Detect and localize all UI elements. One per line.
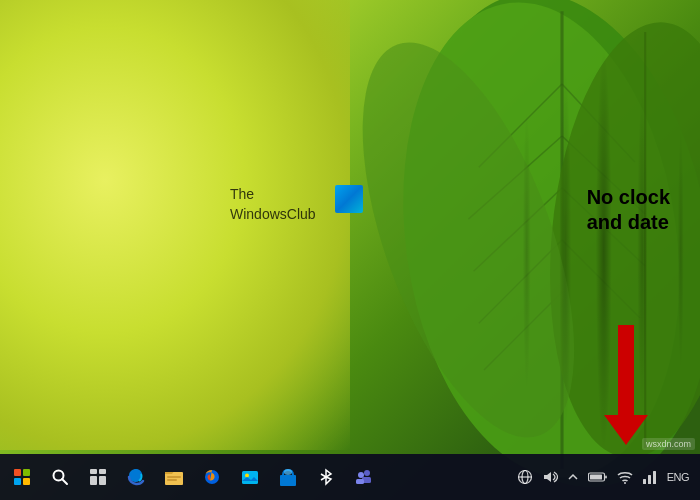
logo-pane-red: [14, 469, 21, 476]
svg-rect-23: [167, 479, 177, 481]
svg-rect-38: [605, 476, 607, 479]
watermark: The WindowsClub: [230, 185, 316, 224]
svg-rect-19: [90, 476, 97, 485]
wifi-icon[interactable]: [614, 467, 636, 487]
no-clock-line1: No clock: [587, 185, 670, 210]
svg-point-31: [358, 472, 364, 478]
teams-button[interactable]: [346, 457, 382, 497]
firefox-button[interactable]: [194, 457, 230, 497]
svg-rect-25: [242, 471, 258, 484]
battery-icon[interactable]: [585, 469, 611, 485]
windows-icon: [335, 185, 363, 213]
store-button[interactable]: [270, 457, 306, 497]
start-button[interactable]: [4, 457, 40, 497]
red-arrow: [604, 325, 648, 445]
bluetooth-icon: [316, 467, 336, 487]
svg-rect-20: [99, 476, 106, 485]
speaker-icon[interactable]: [539, 467, 561, 487]
windows-logo: [14, 469, 30, 485]
taskbar-left: [0, 457, 382, 497]
taskbar: ENG: [0, 454, 700, 500]
svg-rect-40: [643, 479, 646, 484]
network-icon[interactable]: [514, 467, 536, 487]
svg-line-16: [62, 479, 67, 484]
bluetooth-button[interactable]: [308, 457, 344, 497]
svg-rect-41: [648, 475, 651, 484]
svg-rect-27: [280, 475, 296, 486]
svg-point-29: [364, 470, 370, 476]
svg-rect-32: [356, 479, 364, 484]
edge-icon: [126, 467, 146, 487]
watermark-line2: WindowsClub: [230, 205, 316, 225]
battery-display: [588, 471, 608, 483]
logo-pane-yellow: [23, 478, 30, 485]
svg-rect-18: [99, 469, 106, 474]
volume-bars-icon[interactable]: [639, 467, 661, 487]
firefox-icon: [202, 467, 222, 487]
photos-icon: [240, 467, 260, 487]
svg-rect-28: [284, 469, 292, 475]
task-view-icon: [89, 468, 107, 486]
keyboard-lang-button[interactable]: ENG: [664, 469, 692, 485]
teams-icon: [354, 467, 374, 487]
store-icon: [278, 467, 298, 487]
file-explorer-button[interactable]: [156, 457, 192, 497]
svg-rect-37: [590, 475, 602, 480]
globe-icon: [517, 469, 533, 485]
search-button[interactable]: [42, 457, 78, 497]
volume-icon: [542, 469, 558, 485]
edge-button[interactable]: [118, 457, 154, 497]
no-clock-line2: and date: [587, 210, 670, 235]
audio-bars-display: [642, 469, 658, 485]
watermark-line1: The: [230, 185, 316, 205]
lang-label: ENG: [667, 471, 689, 483]
arrow-shaft: [618, 325, 634, 415]
photos-button[interactable]: [232, 457, 268, 497]
svg-rect-17: [90, 469, 97, 474]
taskbar-right: ENG: [514, 467, 700, 487]
svg-point-39: [624, 482, 626, 484]
no-clock-annotation: No clock and date: [587, 185, 670, 235]
svg-rect-22: [167, 476, 181, 478]
tray-expand-button[interactable]: [564, 469, 582, 485]
desktop-bg-left: [0, 0, 350, 450]
file-explorer-icon: [164, 467, 184, 487]
desktop: The WindowsClub No clock and date wsxdn.…: [0, 0, 700, 500]
svg-rect-42: [653, 471, 656, 484]
svg-point-26: [245, 474, 249, 478]
logo-pane-green: [23, 469, 30, 476]
wifi-display: [617, 469, 633, 485]
site-watermark: wsxdn.com: [642, 438, 695, 450]
search-icon: [51, 468, 69, 486]
logo-pane-blue: [14, 478, 21, 485]
task-view-button[interactable]: [80, 457, 116, 497]
chevron-up-icon: [567, 471, 579, 483]
